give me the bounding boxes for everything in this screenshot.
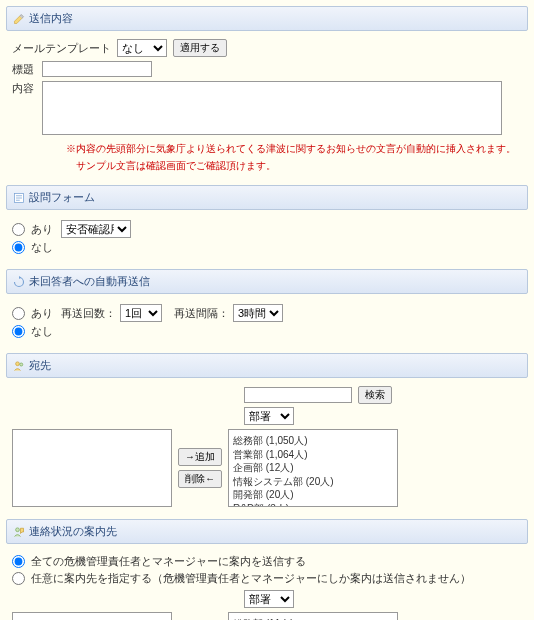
- dest-dept-select[interactable]: 部署: [244, 407, 294, 425]
- resend-no-label: なし: [31, 324, 53, 339]
- form-yes-label: あり: [31, 222, 53, 237]
- svg-point-2: [20, 363, 23, 366]
- contact-all-label: 全ての危機管理責任者とマネージャーに案内を送信する: [31, 554, 306, 569]
- apply-button[interactable]: 適用する: [173, 39, 227, 57]
- contact-pick-label: 任意に案内先を指定する（危機管理責任者とマネージャーにしか案内は送信されません）: [31, 571, 471, 586]
- section-resend: 未回答者への自動再送信 あり 再送回数： 1回 再送間隔： 3時間 なし: [6, 269, 528, 345]
- dest-left-list[interactable]: [12, 429, 172, 507]
- list-item[interactable]: 企画部 (12人): [233, 461, 393, 475]
- list-item[interactable]: 情報システム部 (20人): [233, 475, 393, 489]
- list-item[interactable]: R&D部 (3人): [233, 502, 393, 508]
- dest-add-button[interactable]: →追加: [178, 448, 222, 466]
- section-title: 設問フォーム: [29, 190, 95, 205]
- contact-radio-pick[interactable]: [12, 572, 25, 585]
- resend-radio-yes[interactable]: [12, 307, 25, 320]
- contact-icon: [13, 526, 25, 538]
- section-header-dest: 宛先: [6, 353, 528, 378]
- section-title: 宛先: [29, 358, 51, 373]
- template-label: メールテンプレート: [12, 41, 111, 56]
- dest-search-input[interactable]: [244, 387, 352, 403]
- list-item[interactable]: 営業部 (1,064人): [233, 448, 393, 462]
- resend-interval-select[interactable]: 3時間: [233, 304, 283, 322]
- section-header-content: 送信内容: [6, 6, 528, 31]
- edit-icon: [13, 13, 25, 25]
- section-title: 連絡状況の案内先: [29, 524, 117, 539]
- resend-interval-label: 再送間隔：: [174, 306, 229, 321]
- section-header-form: 設問フォーム: [6, 185, 528, 210]
- contact-right-list[interactable]: 総務部 (11人)営業部 (21人)企画部 (4人)情報システム部 (11人)開…: [228, 612, 398, 620]
- list-item[interactable]: 開発部 (20人): [233, 488, 393, 502]
- section-header-resend: 未回答者への自動再送信: [6, 269, 528, 294]
- resend-count-select[interactable]: 1回: [120, 304, 162, 322]
- form-radio-yes[interactable]: [12, 223, 25, 236]
- body-label: 内容: [12, 81, 36, 96]
- svg-point-3: [16, 527, 20, 531]
- section-dest: 宛先 検索 部署 →追加 削除← 総務部 (1,050人)営業部 (1,064人…: [6, 353, 528, 511]
- section-content: 送信内容 メールテンプレート なし 適用する 標題 内容 ※内容の先頭部分に気象…: [6, 6, 528, 177]
- body-textarea[interactable]: [42, 81, 502, 135]
- section-form: 設問フォーム あり 安否確認用 なし: [6, 185, 528, 261]
- template-select[interactable]: なし: [117, 39, 167, 57]
- list-item[interactable]: 総務部 (1,050人): [233, 434, 393, 448]
- subject-label: 標題: [12, 62, 36, 77]
- section-title: 送信内容: [29, 11, 73, 26]
- dest-search-button[interactable]: 検索: [358, 386, 392, 404]
- section-header-contact: 連絡状況の案内先: [6, 519, 528, 544]
- dest-remove-button[interactable]: 削除←: [178, 470, 222, 488]
- form-radio-no[interactable]: [12, 241, 25, 254]
- warning-2: サンプル文言は確認画面でご確認頂けます。: [12, 156, 522, 173]
- form-no-label: なし: [31, 240, 53, 255]
- form-yes-select[interactable]: 安否確認用: [61, 220, 131, 238]
- section-contact: 連絡状況の案内先 全ての危機管理責任者とマネージャーに案内を送信する 任意に案内…: [6, 519, 528, 620]
- subject-input[interactable]: [42, 61, 152, 77]
- contact-radio-all[interactable]: [12, 555, 25, 568]
- resend-radio-no[interactable]: [12, 325, 25, 338]
- section-title: 未回答者への自動再送信: [29, 274, 150, 289]
- form-icon: [13, 192, 25, 204]
- resend-icon: [13, 276, 25, 288]
- dest-right-list[interactable]: 総務部 (1,050人)営業部 (1,064人)企画部 (12人)情報システム部…: [228, 429, 398, 507]
- contact-left-list[interactable]: [12, 612, 172, 620]
- resend-yes-label: あり: [31, 306, 53, 321]
- resend-count-label: 再送回数：: [61, 306, 116, 321]
- contact-dept-select[interactable]: 部署: [244, 590, 294, 608]
- warning-1: ※内容の先頭部分に気象庁より送られてくる津波に関するお知らせの文言が自動的に挿入…: [12, 139, 522, 156]
- svg-point-1: [16, 361, 20, 365]
- dest-icon: [13, 360, 25, 372]
